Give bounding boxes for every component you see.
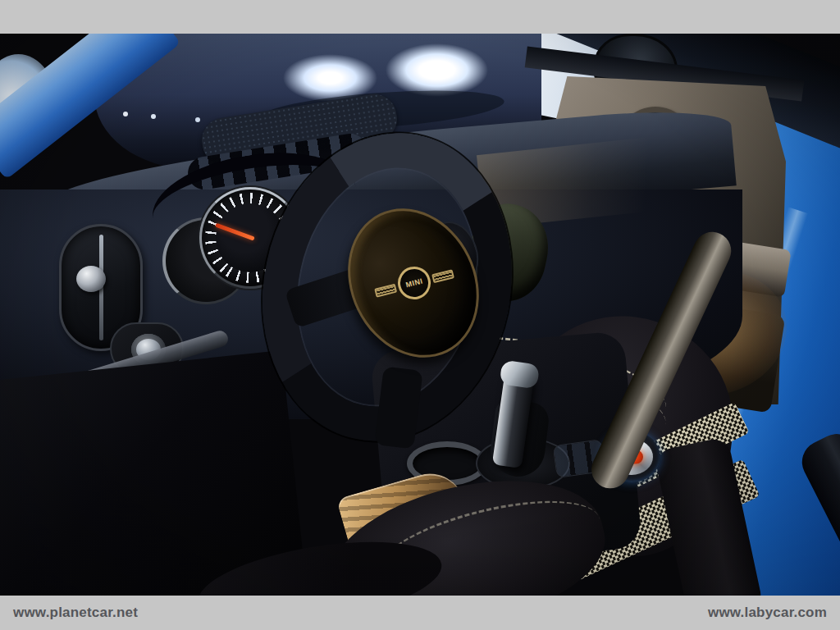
dust-specks xyxy=(123,112,128,116)
logo-wing-right xyxy=(431,269,454,283)
car-interior-photo: MINI xyxy=(0,34,840,596)
page: MINI www.planetcar.net www.labycar.com xyxy=(0,0,840,630)
logo-text: MINI xyxy=(405,277,424,290)
vent-knob xyxy=(76,266,106,292)
watermark-left-url: www.planetcar.net xyxy=(13,605,138,621)
top-frame-bar xyxy=(0,0,840,34)
logo-wing-left xyxy=(374,283,397,297)
watermark-right-url: www.labycar.com xyxy=(708,605,827,621)
footer-bar: www.planetcar.net www.labycar.com xyxy=(0,596,840,630)
headlight-glow xyxy=(386,43,488,97)
